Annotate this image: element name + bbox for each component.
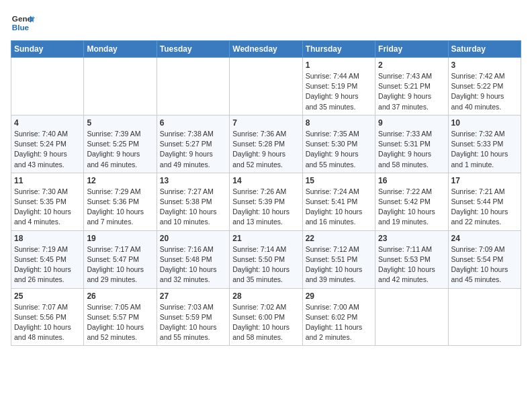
day-number: 2 (378, 60, 445, 70)
day-info: Sunrise: 7:40 AM Sunset: 5:24 PM Dayligh… (14, 129, 81, 170)
day-number: 4 (14, 118, 81, 128)
calendar-cell: 20Sunrise: 7:16 AM Sunset: 5:48 PM Dayli… (157, 230, 229, 288)
day-info: Sunrise: 7:36 AM Sunset: 5:28 PM Dayligh… (232, 129, 299, 170)
calendar-cell (448, 288, 521, 346)
day-info: Sunrise: 7:07 AM Sunset: 5:56 PM Dayligh… (14, 302, 81, 343)
day-header-wednesday: Wednesday (230, 41, 302, 58)
day-number: 1 (306, 60, 372, 70)
day-number: 21 (232, 234, 299, 243)
day-info: Sunrise: 7:32 AM Sunset: 5:33 PM Dayligh… (451, 129, 518, 170)
calendar-cell: 22Sunrise: 7:12 AM Sunset: 5:51 PM Dayli… (302, 230, 375, 288)
day-number: 29 (306, 291, 372, 301)
calendar-cell: 8Sunrise: 7:35 AM Sunset: 5:30 PM Daylig… (302, 115, 375, 173)
day-info: Sunrise: 7:38 AM Sunset: 5:27 PM Dayligh… (160, 129, 226, 170)
calendar-cell: 3Sunrise: 7:42 AM Sunset: 5:22 PM Daylig… (448, 58, 521, 116)
calendar-cell: 11Sunrise: 7:30 AM Sunset: 5:35 PM Dayli… (11, 173, 84, 230)
day-number: 16 (378, 176, 445, 185)
calendar-week-row: 25Sunrise: 7:07 AM Sunset: 5:56 PM Dayli… (11, 288, 521, 346)
calendar-cell: 23Sunrise: 7:11 AM Sunset: 5:53 PM Dayli… (375, 230, 448, 288)
day-info: Sunrise: 7:43 AM Sunset: 5:21 PM Dayligh… (378, 71, 445, 112)
day-number: 19 (87, 234, 153, 243)
calendar-header-row: SundayMondayTuesdayWednesdayThursdayFrid… (11, 41, 521, 58)
calendar-cell: 18Sunrise: 7:19 AM Sunset: 5:45 PM Dayli… (11, 230, 84, 288)
calendar-week-row: 4Sunrise: 7:40 AM Sunset: 5:24 PM Daylig… (11, 115, 521, 173)
calendar-cell: 12Sunrise: 7:29 AM Sunset: 5:36 PM Dayli… (84, 173, 157, 230)
calendar-cell: 10Sunrise: 7:32 AM Sunset: 5:33 PM Dayli… (448, 115, 521, 173)
day-number: 23 (378, 234, 445, 243)
calendar-week-row: 18Sunrise: 7:19 AM Sunset: 5:45 PM Dayli… (11, 230, 521, 288)
day-header-thursday: Thursday (302, 41, 375, 58)
calendar-cell: 9Sunrise: 7:33 AM Sunset: 5:31 PM Daylig… (375, 115, 448, 173)
day-info: Sunrise: 7:09 AM Sunset: 5:54 PM Dayligh… (451, 244, 518, 285)
calendar-cell: 16Sunrise: 7:22 AM Sunset: 5:42 PM Dayli… (375, 173, 448, 230)
calendar-cell: 27Sunrise: 7:03 AM Sunset: 5:59 PM Dayli… (157, 288, 229, 346)
day-info: Sunrise: 7:42 AM Sunset: 5:22 PM Dayligh… (451, 71, 518, 112)
calendar-week-row: 11Sunrise: 7:30 AM Sunset: 5:35 PM Dayli… (11, 173, 521, 230)
day-header-monday: Monday (84, 41, 157, 58)
day-header-friday: Friday (375, 41, 448, 58)
day-info: Sunrise: 7:35 AM Sunset: 5:30 PM Dayligh… (306, 129, 372, 170)
calendar-cell: 21Sunrise: 7:14 AM Sunset: 5:50 PM Dayli… (230, 230, 302, 288)
day-number: 12 (87, 176, 153, 185)
day-info: Sunrise: 7:05 AM Sunset: 5:57 PM Dayligh… (87, 302, 153, 343)
day-info: Sunrise: 7:22 AM Sunset: 5:42 PM Dayligh… (378, 187, 445, 228)
day-header-saturday: Saturday (448, 41, 521, 58)
calendar-cell (230, 58, 302, 116)
calendar-cell: 1Sunrise: 7:44 AM Sunset: 5:19 PM Daylig… (302, 58, 375, 116)
day-header-tuesday: Tuesday (157, 41, 229, 58)
calendar-cell: 28Sunrise: 7:02 AM Sunset: 6:00 PM Dayli… (230, 288, 302, 346)
day-number: 14 (232, 176, 299, 185)
calendar-cell: 29Sunrise: 7:00 AM Sunset: 6:02 PM Dayli… (302, 288, 375, 346)
calendar-week-row: 1Sunrise: 7:44 AM Sunset: 5:19 PM Daylig… (11, 58, 521, 116)
day-number: 26 (87, 291, 153, 301)
day-info: Sunrise: 7:03 AM Sunset: 5:59 PM Dayligh… (160, 302, 226, 343)
day-number: 27 (160, 291, 226, 301)
day-number: 6 (160, 118, 226, 128)
day-number: 18 (14, 234, 81, 243)
day-number: 10 (451, 118, 518, 128)
svg-text:Blue: Blue (12, 23, 30, 32)
calendar-cell (375, 288, 448, 346)
day-number: 25 (14, 291, 81, 301)
calendar-cell: 5Sunrise: 7:39 AM Sunset: 5:25 PM Daylig… (84, 115, 157, 173)
calendar-cell: 15Sunrise: 7:24 AM Sunset: 5:41 PM Dayli… (302, 173, 375, 230)
day-info: Sunrise: 7:29 AM Sunset: 5:36 PM Dayligh… (87, 187, 153, 228)
day-number: 24 (451, 234, 518, 243)
day-info: Sunrise: 7:00 AM Sunset: 6:02 PM Dayligh… (306, 302, 372, 343)
day-number: 22 (306, 234, 372, 243)
day-info: Sunrise: 7:19 AM Sunset: 5:45 PM Dayligh… (14, 244, 81, 285)
day-info: Sunrise: 7:30 AM Sunset: 5:35 PM Dayligh… (14, 187, 81, 228)
calendar-cell: 26Sunrise: 7:05 AM Sunset: 5:57 PM Dayli… (84, 288, 157, 346)
calendar-cell: 17Sunrise: 7:21 AM Sunset: 5:44 PM Dayli… (448, 173, 521, 230)
logo: General Blue (11, 11, 35, 35)
day-number: 11 (14, 176, 81, 185)
day-info: Sunrise: 7:24 AM Sunset: 5:41 PM Dayligh… (306, 187, 372, 228)
day-number: 13 (160, 176, 226, 185)
day-info: Sunrise: 7:16 AM Sunset: 5:48 PM Dayligh… (160, 244, 226, 285)
day-info: Sunrise: 7:02 AM Sunset: 6:00 PM Dayligh… (232, 302, 299, 343)
calendar-cell: 7Sunrise: 7:36 AM Sunset: 5:28 PM Daylig… (230, 115, 302, 173)
day-info: Sunrise: 7:14 AM Sunset: 5:50 PM Dayligh… (232, 244, 299, 285)
calendar-cell: 25Sunrise: 7:07 AM Sunset: 5:56 PM Dayli… (11, 288, 84, 346)
calendar-cell: 14Sunrise: 7:26 AM Sunset: 5:39 PM Dayli… (230, 173, 302, 230)
calendar-cell (157, 58, 229, 116)
calendar-table: SundayMondayTuesdayWednesdayThursdayFrid… (11, 40, 521, 346)
day-number: 28 (232, 291, 299, 301)
calendar-cell: 2Sunrise: 7:43 AM Sunset: 5:21 PM Daylig… (375, 58, 448, 116)
day-info: Sunrise: 7:12 AM Sunset: 5:51 PM Dayligh… (306, 244, 372, 285)
day-header-sunday: Sunday (11, 41, 84, 58)
calendar-cell: 24Sunrise: 7:09 AM Sunset: 5:54 PM Dayli… (448, 230, 521, 288)
logo-icon: General Blue (11, 11, 35, 35)
day-number: 17 (451, 176, 518, 185)
page-header: General Blue (11, 11, 521, 35)
calendar-cell: 13Sunrise: 7:27 AM Sunset: 5:38 PM Dayli… (157, 173, 229, 230)
day-info: Sunrise: 7:27 AM Sunset: 5:38 PM Dayligh… (160, 187, 226, 228)
day-number: 7 (232, 118, 299, 128)
day-info: Sunrise: 7:11 AM Sunset: 5:53 PM Dayligh… (378, 244, 445, 285)
day-number: 20 (160, 234, 226, 243)
day-number: 15 (306, 176, 372, 185)
day-number: 9 (378, 118, 445, 128)
day-number: 5 (87, 118, 153, 128)
day-number: 3 (451, 60, 518, 70)
day-number: 8 (306, 118, 372, 128)
